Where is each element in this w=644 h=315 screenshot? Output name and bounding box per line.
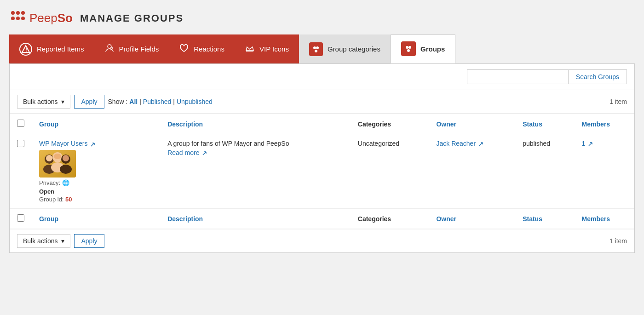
apply-button-top[interactable]: Apply [74,95,104,109]
show-filter: Show : All | Published | Unpublished [108,98,213,105]
bulk-actions-dropdown-bottom[interactable]: Bulk actions ▾ [17,234,70,248]
header-members: Members [575,114,635,134]
crown-icon [245,43,255,55]
toolbar-left: Bulk actions ▾ Apply Show : All | Publis… [17,95,213,109]
svg-point-20 [46,155,52,161]
svg-point-13 [315,50,317,52]
header-description: Description [160,114,351,134]
tab-profile-fields[interactable]: Profile Fields [94,34,169,63]
bulk-actions-label: Bulk actions [23,98,58,105]
tab-profile-fields-label: Profile Fields [119,45,159,53]
tab-vip-icons[interactable]: VIP Icons [235,34,299,63]
filter-all-link[interactable]: All [129,98,138,105]
description-text: A group for fans of WP Mayor and PeepSo [167,140,343,147]
heart-icon [179,43,189,55]
bottom-toolbar-left: Bulk actions ▾ Apply [17,234,104,248]
tab-reactions-label: Reactions [194,45,224,53]
profile-icon [104,43,115,55]
item-count-top: 1 item [610,98,627,105]
apply-button-bottom[interactable]: Apply [74,234,104,248]
group-categories-icon [309,42,323,56]
footer-select-all-checkbox[interactable] [17,214,24,222]
members-link[interactable]: 1 [582,140,586,147]
groups-icon [401,41,416,56]
table-row: WP Mayor Users [10,134,634,209]
members-cell: 1 [575,134,635,209]
group-avatar [39,150,76,178]
bulk-actions-dropdown[interactable]: Bulk actions ▾ [17,95,70,109]
group-cell: WP Mayor Users [32,134,160,209]
search-input[interactable] [467,69,568,84]
svg-point-26 [63,155,69,161]
svg-point-11 [313,46,316,49]
table-header-row: Group Description Categories Owner Statu… [10,114,634,134]
row-checkbox[interactable] [17,140,24,147]
logo-brand: PeepSo [29,11,73,25]
bottom-toolbar: Bulk actions ▾ Apply 1 item [10,229,634,252]
footer-header-description: Description [160,209,351,229]
svg-point-12 [316,46,319,49]
item-count-bottom: 1 item [610,237,627,245]
description-cell: A group for fans of WP Mayor and PeepSo … [160,134,351,209]
privacy-row: Privacy: 🌐 [39,179,153,186]
svg-point-4 [16,17,20,20]
tab-group-categories-label: Group categories [328,45,380,53]
svg-point-2 [21,11,25,15]
group-id-label: Group id: [39,196,63,203]
tab-groups-label: Groups [420,45,445,53]
svg-point-15 [408,46,411,49]
filter-unpublished-link[interactable]: Unpublished [177,98,213,105]
footer-header-owner: Owner [429,209,515,229]
logo-icon [9,9,27,27]
svg-point-3 [11,17,15,20]
group-name-link[interactable]: WP Mayor Users [39,140,88,147]
table-footer-header-row: Group Description Categories Owner Statu… [10,209,634,229]
peepso-logo: PeepSo [9,9,73,27]
group-id-value: 50 [65,196,72,203]
header-owner: Owner [429,114,515,134]
header-categories: Categories [351,114,429,134]
page-header: PeepSo MANAGE GROUPS [9,9,635,27]
header-status: Status [515,114,574,134]
show-label: Show : [108,98,128,105]
tab-reported-items-label: Reported Items [37,45,84,53]
select-all-checkbox[interactable] [17,120,24,127]
svg-point-1 [16,11,20,15]
status-cell: published [515,134,574,209]
tab-groups[interactable]: Groups [391,34,455,63]
group-open-label: Open [39,188,153,195]
footer-header-checkbox-col [10,209,32,229]
warning-icon: ! [19,43,32,56]
svg-point-14 [406,46,408,49]
read-more-link[interactable]: Read more [167,149,207,156]
header-group: Group [32,114,160,134]
row-checkbox-cell [10,134,32,209]
svg-rect-10 [246,51,253,52]
footer-header-group: Group [32,209,160,229]
tab-group-categories[interactable]: Group categories [299,34,391,63]
owner-link[interactable]: Jack Reacher [436,140,476,147]
content-area: Search Groups Bulk actions ▾ Apply Show … [9,63,635,253]
groups-table: Group Description Categories Owner Statu… [10,114,634,229]
group-name-external-icon [90,141,95,147]
owner-cell: Jack Reacher [429,134,515,209]
svg-text:!: ! [26,47,27,52]
svg-point-9 [111,47,113,49]
svg-point-0 [11,11,15,15]
footer-header-categories: Categories [351,209,429,229]
svg-point-5 [21,17,25,20]
privacy-label: Privacy: [39,179,60,186]
chevron-down-icon-bottom: ▾ [61,237,64,245]
svg-point-16 [407,49,410,52]
header-checkbox-col [10,114,32,134]
tab-reactions[interactable]: Reactions [169,34,235,63]
chevron-down-icon: ▾ [61,98,64,105]
filter-published-link[interactable]: Published [143,98,172,105]
tab-reported-items[interactable]: ! Reported Items [9,34,94,63]
page-title: MANAGE GROUPS [80,12,184,24]
search-row: Search Groups [10,64,634,90]
group-id-row: Group id: 50 [39,196,153,203]
tab-vip-icons-label: VIP Icons [259,45,289,53]
bulk-actions-label-bottom: Bulk actions [23,237,58,245]
search-groups-button[interactable]: Search Groups [568,69,627,84]
